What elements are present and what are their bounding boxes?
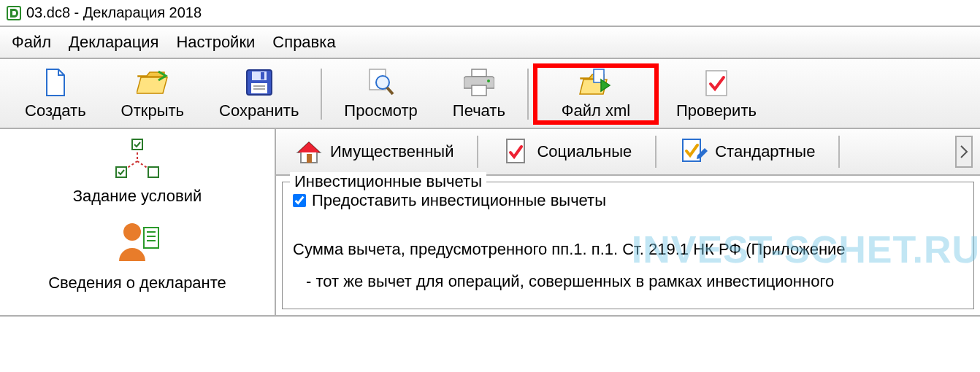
tab-separator xyxy=(655,136,656,168)
svg-point-21 xyxy=(123,223,141,241)
svg-rect-14 xyxy=(706,71,727,96)
svg-rect-18 xyxy=(132,139,142,150)
check-label: Проверить xyxy=(676,101,757,120)
new-file-icon xyxy=(44,68,67,97)
svg-rect-26 xyxy=(307,154,312,163)
sidebar-item-declarant[interactable]: Сведения о декларанте xyxy=(48,217,226,292)
svg-rect-10 xyxy=(472,69,486,77)
checkbox-label: Предоставить инвестиционные вычеты xyxy=(312,191,606,210)
enable-investment-input[interactable] xyxy=(293,194,306,207)
svg-rect-20 xyxy=(148,167,158,177)
menu-help[interactable]: Справка xyxy=(272,33,335,52)
tab-property-label: Имущественный xyxy=(330,142,453,161)
tab-scroll-right[interactable] xyxy=(955,136,973,168)
file-xml-highlight: Файл xml xyxy=(533,63,659,125)
side-panel: Задание условий Сведения о декларанте xyxy=(0,129,276,315)
svg-rect-4 xyxy=(251,83,267,93)
title-bar: 03.dc8 - Декларация 2018 xyxy=(0,0,980,26)
svg-rect-27 xyxy=(507,139,524,163)
create-label: Создать xyxy=(25,101,86,120)
file-xml-label: Файл xml xyxy=(562,101,630,120)
tab-social-label: Социальные xyxy=(537,142,632,161)
open-folder-icon xyxy=(137,68,169,97)
chevron-right-icon xyxy=(960,144,968,159)
svg-point-8 xyxy=(376,76,389,89)
tab-separator xyxy=(477,136,478,168)
window-title: 03.dc8 - Декларация 2018 xyxy=(26,4,202,21)
save-icon xyxy=(245,68,273,97)
person-icon xyxy=(112,217,163,271)
main-panel: Имущественный Социальные xyxy=(276,129,980,315)
svg-rect-22 xyxy=(144,228,158,248)
menu-bar: Файл Декларация Настройки Справка xyxy=(0,26,980,59)
deduction-line-1: Сумма вычета, предусмотренного пп.1. п.1… xyxy=(293,236,963,262)
deduction-line-2: - тот же вычет для операций, совершенных… xyxy=(293,272,963,291)
svg-rect-19 xyxy=(116,167,126,177)
open-button[interactable]: Открыть xyxy=(104,68,202,120)
svg-rect-3 xyxy=(261,72,264,80)
save-label: Сохранить xyxy=(219,101,299,120)
content-area: Задание условий Сведения о декларанте xyxy=(0,129,980,317)
check-doc-icon xyxy=(502,138,529,166)
tab-social[interactable]: Социальные xyxy=(490,135,643,168)
preview-label: Просмотр xyxy=(344,101,417,120)
file-xml-button[interactable]: Файл xml xyxy=(537,68,654,120)
tab-separator xyxy=(838,136,840,168)
create-button[interactable]: Создать xyxy=(7,68,104,120)
tab-standard[interactable]: Стандартные xyxy=(668,135,827,168)
menu-declaration[interactable]: Декларация xyxy=(69,33,158,52)
investment-fieldset: Инвестиционные вычеты Предоставить инвес… xyxy=(282,182,974,309)
open-label: Открыть xyxy=(121,101,184,120)
check-button[interactable]: Проверить xyxy=(659,68,774,120)
preview-button[interactable]: Просмотр xyxy=(326,68,435,120)
sidebar-conditions-label: Задание условий xyxy=(73,187,202,206)
toolbar-separator xyxy=(321,69,322,120)
print-button[interactable]: Печать xyxy=(435,68,523,120)
magnifier-icon xyxy=(367,68,396,97)
tab-standard-label: Стандартные xyxy=(715,142,815,161)
conditions-icon xyxy=(112,136,163,184)
enable-investment-checkbox[interactable]: Предоставить инвестиционные вычеты xyxy=(293,191,963,210)
tab-row: Имущественный Социальные xyxy=(276,129,980,176)
svg-line-9 xyxy=(387,88,393,94)
svg-rect-11 xyxy=(472,85,486,96)
printer-icon xyxy=(464,68,494,97)
check-icon xyxy=(703,68,730,97)
menu-settings[interactable]: Настройки xyxy=(176,33,255,52)
menu-file[interactable]: Файл xyxy=(12,33,51,52)
sidebar-declarant-label: Сведения о декларанте xyxy=(48,274,226,292)
app-icon xyxy=(6,5,22,21)
print-label: Печать xyxy=(453,101,505,120)
save-button[interactable]: Сохранить xyxy=(202,68,316,120)
toolbar: Создать Открыть Сохранить xyxy=(0,59,980,129)
fieldset-legend: Инвестиционные вычеты xyxy=(290,172,486,191)
svg-point-12 xyxy=(487,80,490,82)
sidebar-item-conditions[interactable]: Задание условий xyxy=(73,136,202,206)
svg-rect-0 xyxy=(7,7,20,20)
tab-property[interactable]: Имущественный xyxy=(283,135,465,168)
house-icon xyxy=(295,138,323,166)
toolbar-separator xyxy=(527,69,529,120)
check-edit-icon xyxy=(680,138,708,166)
export-xml-icon xyxy=(579,68,613,97)
